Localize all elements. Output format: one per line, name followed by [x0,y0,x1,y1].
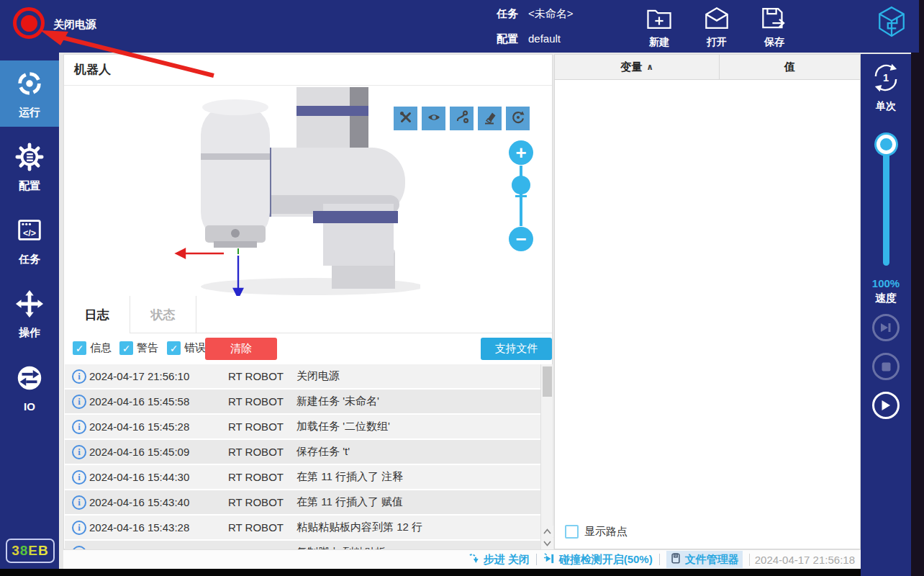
task-label: 任务 [497,7,518,19]
log-message: 关闭电源 [296,369,340,383]
viewer-reset-view-button[interactable] [506,107,530,130]
zoom-in-button[interactable]: + [509,140,533,165]
open-task-button[interactable]: 打开 [694,6,740,49]
tab-status[interactable]: 状态 [130,296,196,333]
run-mode-button[interactable]: 1 单次 [861,61,911,113]
file-manager-button[interactable]: 文件管理器 [666,551,743,568]
play-button[interactable] [872,392,900,419]
sidebar-item-io[interactable]: IO [0,354,59,420]
filter-warning-checkbox[interactable]: ✓ 警告 [119,341,158,355]
bottom-edge-strip [0,569,861,576]
log-row[interactable]: i2024-04-16 15:43:28RT ROBOT粘贴粘贴板内容到第 12… [65,516,540,539]
speed-value: 100% [861,277,911,289]
new-task-label: 新建 [649,36,669,49]
log-source: RT ROBOT [228,496,284,508]
log-row[interactable]: i2024-04-16 15:43:40RT ROBOT在第 11 行插入了 赋… [65,490,540,514]
collision-detect-toggle[interactable]: 碰撞检测开启(50%) [543,552,653,567]
step-mode-label: 步进 关闭 [484,553,530,567]
log-source: RT ROBOT [228,471,284,483]
speed-label: 速度 [861,292,911,305]
info-icon: i [72,420,86,434]
robot-3d-viewer[interactable]: + − [64,86,552,296]
sidebar-label-operate: 操作 [19,326,40,340]
filter-info-label: 信息 [90,341,112,355]
power-indicator[interactable] [13,7,45,39]
brand-logo[interactable] [874,4,910,42]
tab-log[interactable]: 日志 [64,296,130,334]
robot-arm-image [172,87,420,296]
log-row[interactable]: i2024-04-16 15:44:30RT ROBOT在第 11 行插入了 注… [65,465,540,489]
step-mode-icon [468,552,480,567]
log-row[interactable]: i2024-04-16 15:45:09RT ROBOT保存任务 't' [65,440,540,464]
sidebar-item-config[interactable]: 配置 [0,134,59,200]
viewer-path-button[interactable] [450,107,474,130]
code-char: E [28,543,38,559]
column-header-value[interactable]: 值 [720,55,860,80]
viewer-visibility-button[interactable] [422,107,445,130]
scrollbar-thumb[interactable] [543,366,552,397]
sidebar-item-run[interactable]: 运行 [0,60,59,127]
save-task-icon [760,6,789,35]
speed-slider-track[interactable] [883,142,889,266]
task-name-row: 任务<未命名> [497,7,574,21]
screen-edge-strip [911,0,924,576]
log-time: 2024-04-16 15:45:09 [89,446,189,458]
log-row[interactable]: i2024-04-16 15:43:26RT ROBOT复制脚本 到粘贴板 [65,541,540,549]
step-run-button[interactable] [872,314,900,341]
sidebar-item-operate[interactable]: 操作 [0,281,59,347]
column-header-variable[interactable]: 变量 ∧ [555,55,720,80]
support-file-button[interactable]: 支持文件 [481,338,552,360]
new-task-icon [646,6,673,35]
svg-text:1: 1 [883,72,889,84]
stop-button[interactable] [872,353,900,380]
filter-error-checkbox[interactable]: ✓ 错误 [167,341,206,355]
filter-info-checkbox[interactable]: ✓ 信息 [73,341,112,355]
log-message: 保存任务 't' [296,445,350,459]
left-nav-sidebar: 运行 配置 </> 任务 操作 IO 38EB [0,53,59,569]
viewer-eraser-button[interactable] [478,107,502,130]
log-row[interactable]: i2024-04-17 21:56:10RT ROBOT关闭电源 [65,364,540,388]
task-code-icon: </> [14,215,45,248]
show-waypoints-checkbox[interactable]: 显示路点 [565,525,628,539]
checkbox-checked-icon: ✓ [73,341,86,355]
status-code-badge[interactable]: 38EB [6,539,55,563]
info-icon: i [72,470,86,485]
open-task-icon [703,6,730,35]
log-row[interactable]: i2024-04-16 15:45:58RT ROBOT新建任务 '未命名' [65,390,540,413]
log-list[interactable]: i2024-04-17 21:56:10RT ROBOT关闭电源 i2024-0… [65,364,540,549]
run-icon [14,68,45,102]
tools-icon [399,110,413,127]
zoom-out-button[interactable]: − [509,227,533,251]
scroll-down-button[interactable] [541,538,553,549]
info-icon: i [72,445,86,459]
viewer-tools-button[interactable] [394,107,417,130]
log-source: RT ROBOT [228,395,284,408]
log-message: 新建任务 '未命名' [296,395,379,408]
sidebar-label-run: 运行 [19,106,40,120]
log-source: RT ROBOT [228,370,284,382]
open-task-label: 打开 [707,36,727,49]
code-char: B [38,543,49,559]
step-mode-toggle[interactable]: 步进 关闭 [468,552,530,567]
svg-text:</>: </> [23,228,36,238]
io-sync-icon [14,363,45,396]
sort-asc-icon: ∧ [646,62,653,72]
log-scrollbar[interactable] [540,364,553,549]
robot-panel: 机器人 [63,54,553,549]
sidebar-label-config: 配置 [19,179,40,193]
checkbox-unchecked-icon [565,525,579,539]
checkbox-checked-icon: ✓ [167,341,181,355]
scroll-up-button[interactable] [541,526,553,537]
viewer-zoom-knob[interactable] [512,176,530,194]
speed-slider-knob[interactable] [877,135,896,154]
new-task-button[interactable]: 新建 [636,6,682,49]
file-manager-label: 文件管理器 [685,553,739,567]
separator [659,554,660,565]
info-icon: i [72,495,86,510]
save-task-button[interactable]: 保存 [751,6,797,49]
config-name-row: 配置default [497,32,561,46]
log-row[interactable]: i2024-04-16 15:45:28RT ROBOT加载任务 '二位数组' [65,415,540,438]
clear-log-button[interactable]: 清除 [205,338,277,360]
sidebar-item-task[interactable]: </> 任务 [0,207,59,274]
collision-detect-label: 碰撞检测开启(50%) [559,553,653,567]
